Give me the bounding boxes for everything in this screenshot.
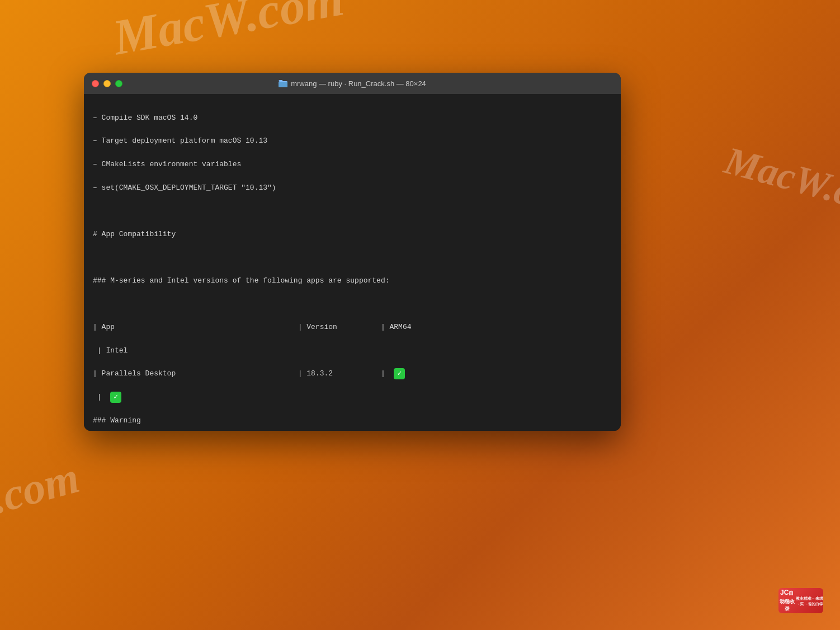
terminal-line: – Compile SDK macOS 14.0: [93, 112, 612, 124]
close-button[interactable]: [92, 80, 99, 87]
terminal-line: – CMakeLists environment variables: [93, 159, 612, 171]
logo-text-line2: 教主精准→来绑→买→省的白学: [795, 596, 823, 606]
terminal-content[interactable]: – Compile SDK macOS 14.0 – Target deploy…: [84, 94, 621, 431]
title-bar-text: mrwang — ruby · Run_Crack.sh — 80×24: [279, 79, 426, 88]
terminal-line: | Parallels Desktop | 18.3.2 | ✓: [93, 368, 612, 380]
terminal-line: – set(CMAKE_OSX_DEPLOYMENT_TARGET "10.13…: [93, 182, 612, 194]
terminal-line: | Intel: [93, 345, 612, 357]
terminal-line: # App Compatibility: [93, 229, 612, 241]
window-title: mrwang — ruby · Run_Crack.sh — 80×24: [291, 79, 426, 88]
folder-icon: [279, 79, 287, 87]
watermark-top: MacW.com: [108, 0, 347, 66]
traffic-lights: [92, 80, 122, 87]
intel-checkbox: ✓: [110, 392, 121, 403]
minimize-button[interactable]: [103, 80, 111, 87]
terminal-line: | App | Version | ARM64: [93, 322, 612, 333]
maximize-button[interactable]: [115, 80, 122, 87]
terminal-line: ### Warning: [93, 415, 612, 427]
terminal-line: ### M-series and Intel versions of the f…: [93, 275, 612, 287]
logo-text-line1: JC自动稳收录: [778, 589, 795, 613]
terminal-empty-line: [93, 299, 612, 311]
terminal-line: – Target deployment platform macOS 10.13: [93, 135, 612, 147]
terminal-line: | ✓: [93, 392, 612, 403]
watermark-right: MacW.co: [720, 138, 840, 220]
logo-badge: JC自动稳收录 教主精准→来绑→买→省的白学: [778, 588, 823, 613]
watermark-left: W.com: [0, 452, 84, 534]
terminal-empty-line: [93, 252, 612, 264]
terminal-empty-line: [93, 205, 612, 217]
arm64-checkbox: ✓: [394, 368, 405, 379]
title-bar: mrwang — ruby · Run_Crack.sh — 80×24: [84, 73, 621, 94]
terminal-window: mrwang — ruby · Run_Crack.sh — 80×24 – C…: [84, 73, 621, 431]
